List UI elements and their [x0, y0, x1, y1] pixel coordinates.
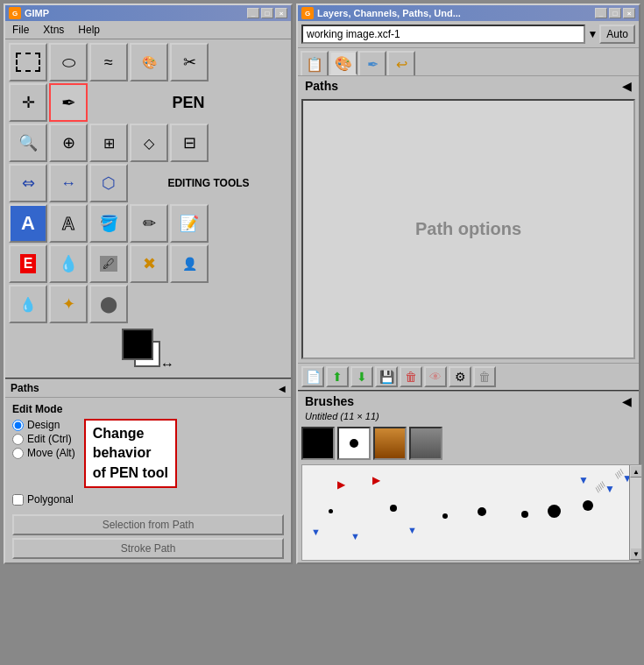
minimize-button[interactable]: _ — [247, 8, 259, 18]
gimp-icon: G — [9, 7, 21, 19]
lower-path-button[interactable]: ⬇ — [350, 366, 373, 387]
menu-help[interactable]: Help — [74, 23, 103, 37]
move-tool[interactable]: ✛ — [9, 83, 47, 122]
right-close-button[interactable]: × — [623, 8, 635, 18]
magnify-tool[interactable]: 🔍 — [9, 124, 47, 162]
edit-mode-radio-group: Design Edit (Ctrl) Move (Alt) — [12, 419, 75, 459]
align-tool[interactable]: ↔ — [49, 164, 88, 202]
left-paths-title: Paths — [11, 382, 39, 394]
stroke-path-button[interactable]: Stroke Path — [12, 538, 284, 559]
radio-design[interactable]: Design — [12, 419, 75, 431]
measure-tool[interactable]: ⬤ — [89, 285, 128, 323]
flip-tool[interactable]: ⇔ — [9, 164, 47, 202]
close-button[interactable]: × — [275, 8, 287, 18]
file-selector: working image.xcf-1 ▼ Auto — [298, 21, 639, 48]
wood-swatch[interactable] — [373, 427, 407, 460]
tab-bar: 📋 🎨 ✒ ↩ — [298, 48, 639, 76]
menu-bar: File Xtns Help — [5, 21, 291, 39]
new-path-button[interactable]: 📄 — [301, 366, 324, 387]
raise-path-button[interactable]: ⬆ — [326, 366, 349, 387]
paths-tab[interactable]: ✒ — [358, 51, 386, 75]
selection-from-path-button[interactable]: Selection from Path — [12, 514, 284, 535]
brushes-collapse[interactable]: ◀ — [622, 394, 632, 408]
paths-buttons: Selection from Path Stroke Path — [5, 511, 291, 562]
dot-swatch[interactable] — [337, 427, 371, 460]
left-titlebar: G GIMP _ □ × — [5, 5, 291, 21]
blend-tool[interactable]: ✏ — [130, 204, 168, 243]
heal-tool[interactable]: ✖ — [130, 244, 168, 283]
swap-colors[interactable]: ↔ — [160, 357, 174, 372]
duplicate-path-button[interactable]: 💾 — [375, 366, 398, 387]
brushes-title: Brushes — [305, 394, 354, 408]
rect-select-tool[interactable] — [9, 43, 47, 81]
right-maximize-button[interactable]: □ — [609, 8, 621, 18]
file-dropdown[interactable]: working image.xcf-1 — [301, 25, 585, 44]
perspective-tool[interactable]: ⊟ — [170, 124, 209, 162]
pencil-tool[interactable]: 📝 — [170, 204, 209, 243]
scroll-down-button[interactable]: ▼ — [630, 548, 642, 560]
paths-panel-header: Paths ◀ — [5, 379, 291, 398]
eyedrop-tool[interactable]: 💧 — [49, 244, 88, 283]
left-title: GIMP — [25, 8, 49, 18]
brushes-header: Brushes ◀ — [298, 392, 639, 411]
right-paths-arrow[interactable]: ◀ — [622, 79, 632, 93]
editing-tools-label: EDITING TOOLS — [130, 175, 287, 191]
titlebar-buttons: _ □ × — [247, 8, 287, 18]
file-name: working image.xcf-1 — [307, 28, 400, 40]
brushes-section: Brushes ◀ Untitled (11 × 11) ▶ — [298, 390, 639, 562]
right-titlebar: G Layers, Channels, Paths, Und... _ □ × — [298, 5, 639, 21]
perspective-clone-tool[interactable]: 👤 — [170, 244, 209, 283]
undo-tab[interactable]: ↩ — [387, 51, 415, 75]
stroke-path-button-right[interactable]: ⚙ — [449, 366, 471, 387]
dodge-burn-tool[interactable]: 💧 — [9, 285, 47, 323]
fg-swatch[interactable] — [301, 427, 335, 460]
menu-file[interactable]: File — [9, 23, 32, 37]
gray-swatch[interactable] — [409, 427, 442, 460]
radio-move[interactable]: Move (Alt) — [12, 447, 75, 459]
bucket-tool[interactable]: 🪣 — [89, 204, 128, 243]
left-panel: G GIMP _ □ × File Xtns Help ⬭ ≈ 🎨 ✂ ✛ ✒ … — [4, 4, 293, 564]
radio-design-label: Design — [27, 419, 60, 431]
paths-collapse-arrow[interactable]: ◀ — [279, 384, 286, 393]
radio-edit-label: Edit (Ctrl) — [27, 433, 72, 445]
maximize-button[interactable]: □ — [261, 8, 273, 18]
text-outline-tool[interactable]: A — [49, 204, 88, 243]
auto-button[interactable]: Auto — [599, 25, 635, 44]
brush-scrollbar[interactable]: ▲ ▼ — [629, 465, 641, 560]
polygonal-label: Polygonal — [27, 493, 74, 506]
path-options-text: Path options — [415, 219, 521, 239]
foreground-color[interactable] — [122, 329, 153, 360]
scroll-up-button[interactable]: ▲ — [630, 465, 642, 478]
delete-path-button[interactable]: 🗑 — [473, 366, 496, 387]
radio-move-label: Move (Alt) — [27, 447, 75, 459]
eraser-tool[interactable]: E — [9, 244, 47, 283]
pen-tool[interactable]: ✒ — [49, 83, 88, 122]
clone-tool[interactable]: 🖋 — [89, 244, 128, 283]
radio-edit[interactable]: Edit (Ctrl) — [12, 433, 75, 445]
fg-bg-area: ↔ — [5, 323, 291, 378]
scissors-tool[interactable]: ✂ — [170, 43, 209, 81]
path-to-selection-button[interactable]: 🗑 — [400, 366, 422, 387]
menu-xtns[interactable]: Xtns — [39, 23, 67, 37]
layers-tab[interactable]: 📋 — [301, 51, 329, 75]
shear-tool[interactable]: ◇ — [130, 124, 168, 162]
selection-to-path-button[interactable]: 👁 — [424, 366, 447, 387]
right-titlebar-buttons: _ □ × — [595, 8, 635, 18]
edit-mode-container: Design Edit (Ctrl) Move (Alt) Change beh… — [12, 419, 284, 488]
free-select-tool[interactable]: ≈ — [89, 43, 128, 81]
text-tool[interactable]: A — [9, 204, 47, 243]
right-gimp-icon: G — [301, 7, 314, 19]
ellipse-select-tool[interactable]: ⬭ — [49, 43, 88, 81]
dropdown-arrow[interactable]: ▼ — [587, 28, 598, 40]
right-paths-header: Paths ◀ — [298, 76, 639, 96]
color-selector[interactable]: ↔ — [122, 329, 174, 372]
right-minimize-button[interactable]: _ — [595, 8, 607, 18]
brushes-subtitle: Untitled (11 × 11) — [298, 411, 639, 421]
rotate-tool[interactable]: ⊕ — [49, 124, 88, 162]
scale-tool[interactable]: ⊞ — [89, 124, 128, 162]
smudge-tool[interactable]: ✦ — [49, 285, 88, 323]
channels-tab[interactable]: 🎨 — [329, 51, 357, 75]
polygonal-checkbox[interactable]: Polygonal — [12, 493, 284, 506]
color-select-tool[interactable]: 🎨 — [130, 43, 168, 81]
crop-tool[interactable]: ⬡ — [89, 164, 128, 202]
